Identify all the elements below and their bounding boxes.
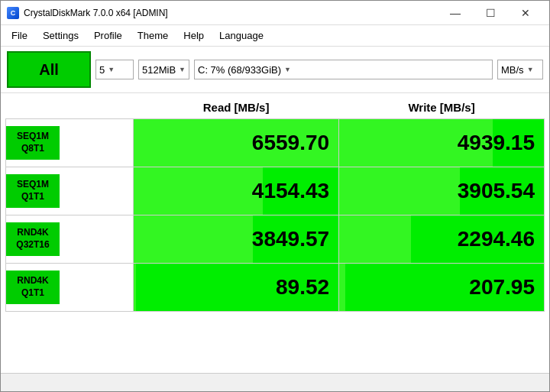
read-cell: 6559.70	[134, 119, 339, 167]
menu-settings[interactable]: Settings	[35, 28, 86, 44]
read-value-cell: 3849.57	[134, 215, 338, 263]
title-bar: C CrystalDiskMark 7.0.0 x64 [ADMIN] — ☐ …	[1, 1, 549, 25]
write-value: 2294.46	[458, 227, 535, 251]
write-bar	[339, 215, 411, 263]
toolbar: All 5 ▼ 512MiB ▼ C: 7% (68/933GiB) ▼ MB/…	[1, 47, 549, 93]
write-cell: 3905.54	[339, 167, 545, 215]
drive-dropdown[interactable]: C: 7% (68/933GiB) ▼	[194, 60, 493, 79]
read-bar	[134, 264, 136, 311]
minimize-button[interactable]: —	[438, 4, 473, 22]
write-cell: 4939.15	[339, 119, 545, 167]
read-bar	[134, 167, 263, 215]
write-value-cell: 3905.54	[339, 167, 544, 215]
size-value: 512MiB	[142, 64, 176, 76]
window-title: CrystalDiskMark 7.0.0 x64 [ADMIN]	[24, 8, 168, 18]
table-row: RND4KQ1T189.52207.95	[6, 264, 545, 312]
menu-theme[interactable]: Theme	[130, 28, 176, 44]
read-bar	[134, 215, 252, 263]
table-row: RND4KQ32T163849.572294.46	[6, 215, 545, 264]
write-value: 4939.15	[458, 131, 535, 154]
write-cell: 2294.46	[339, 215, 545, 264]
menu-profile[interactable]: Profile	[86, 28, 130, 44]
row-label: RND4KQ32T16	[6, 222, 60, 255]
main-content: Read [MB/s] Write [MB/s] SEQ1MQ8T16559.7…	[1, 93, 549, 373]
title-bar-left: C CrystalDiskMark 7.0.0 x64 [ADMIN]	[7, 7, 168, 19]
read-value: 3849.57	[252, 227, 329, 251]
menu-bar: File Settings Profile Theme Help Languag…	[1, 25, 549, 47]
read-cell: 89.52	[134, 264, 339, 312]
status-bar	[1, 373, 549, 391]
write-value: 3905.54	[458, 179, 535, 202]
read-value-cell: 4154.43	[134, 167, 338, 215]
row-label-cell: SEQ1MQ1T1	[6, 167, 134, 215]
unit-arrow: ▼	[527, 66, 534, 73]
app-icon: C	[7, 7, 19, 19]
table-row: SEQ1MQ8T16559.704939.15	[6, 119, 545, 167]
write-bar	[339, 167, 460, 215]
maximize-button[interactable]: ☐	[473, 4, 508, 22]
row-label: SEQ1MQ1T1	[6, 174, 60, 207]
read-value: 6559.70	[252, 131, 329, 154]
title-bar-controls: — ☐ ✕	[438, 4, 543, 22]
row-label-cell: RND4KQ1T1	[6, 264, 134, 312]
row-label-cell: SEQ1MQ8T1	[6, 119, 134, 167]
menu-help[interactable]: Help	[176, 28, 212, 44]
read-value-cell: 6559.70	[134, 119, 338, 167]
row-label: SEQ1MQ8T1	[6, 126, 60, 159]
table-row: SEQ1MQ1T14154.433905.54	[6, 167, 545, 215]
write-value: 207.95	[469, 275, 535, 299]
size-dropdown[interactable]: 512MiB ▼	[138, 60, 189, 79]
write-value-cell: 207.95	[339, 264, 544, 311]
col-read-header: Read [MB/s]	[134, 98, 339, 119]
unit-dropdown[interactable]: MB/s ▼	[497, 60, 543, 79]
count-arrow: ▼	[108, 66, 115, 73]
row-label: RND4KQ1T1	[6, 271, 60, 303]
read-value: 89.52	[276, 275, 329, 299]
row-label-cell: RND4KQ32T16	[6, 215, 134, 264]
size-arrow: ▼	[179, 66, 186, 73]
all-button[interactable]: All	[7, 51, 91, 88]
col-write-header: Write [MB/s]	[339, 98, 545, 119]
main-window: C CrystalDiskMark 7.0.0 x64 [ADMIN] — ☐ …	[0, 0, 550, 392]
benchmark-table: Read [MB/s] Write [MB/s] SEQ1MQ8T16559.7…	[5, 98, 545, 312]
menu-language[interactable]: Language	[212, 28, 271, 44]
write-cell: 207.95	[339, 264, 545, 312]
read-cell: 3849.57	[134, 215, 339, 264]
read-value-cell: 89.52	[134, 264, 338, 311]
write-bar	[339, 264, 345, 311]
read-value: 4154.43	[252, 179, 329, 202]
count-value: 5	[99, 64, 105, 76]
menu-file[interactable]: File	[4, 28, 35, 44]
count-dropdown[interactable]: 5 ▼	[95, 60, 134, 79]
drive-arrow: ▼	[284, 66, 291, 73]
read-cell: 4154.43	[134, 167, 339, 215]
drive-value: C: 7% (68/933GiB)	[198, 64, 281, 76]
unit-value: MB/s	[501, 64, 524, 76]
write-value-cell: 4939.15	[339, 119, 544, 167]
write-value-cell: 2294.46	[339, 215, 544, 263]
close-button[interactable]: ✕	[508, 4, 543, 22]
